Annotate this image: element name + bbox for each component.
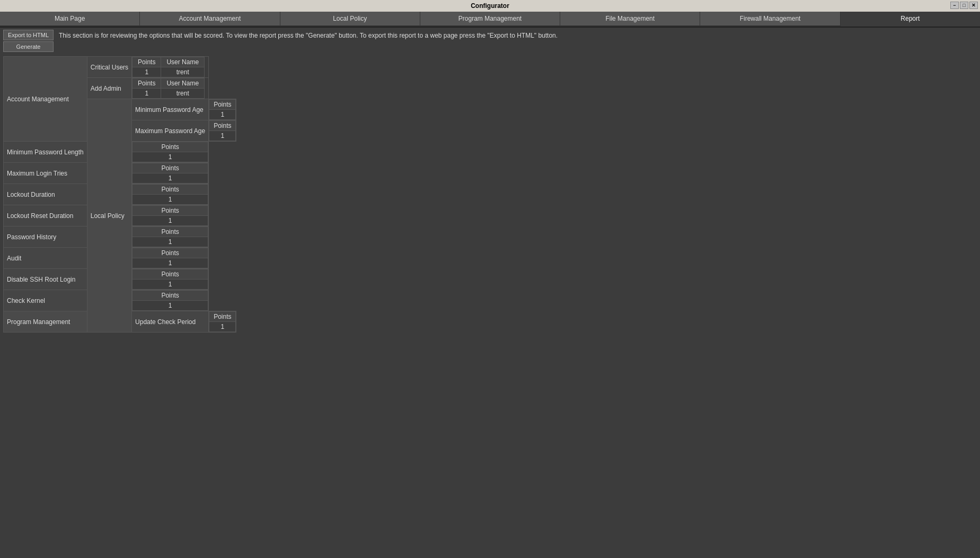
check-kernel-points-value: 1: [133, 301, 208, 311]
critical-users-username-header: User Name: [161, 57, 205, 67]
min-password-age-label: Minimum Password Age: [132, 99, 209, 120]
tab-account-management[interactable]: Account Management: [140, 12, 280, 27]
disable-ssh-table: Points 1: [132, 269, 208, 290]
audit-points-value: 1: [133, 258, 208, 268]
local-policy-label: Local Policy: [87, 99, 131, 333]
tab-main-page[interactable]: Main Page: [0, 12, 140, 27]
update-check-period-table: Points 1: [209, 311, 236, 332]
program-management-label: Program Management: [4, 311, 87, 333]
lockout-duration-points-header: Points: [133, 185, 208, 195]
disable-ssh-root-login-label: Disable SSH Root Login: [4, 269, 87, 290]
audit-table: Points 1: [132, 248, 208, 268]
update-check-period-points-header: Points: [209, 312, 236, 322]
critical-users-points-header: Points: [133, 57, 161, 67]
critical-users-label: Critical Users: [87, 57, 131, 78]
generate-button[interactable]: Generate: [3, 41, 54, 52]
min-password-length-points-value: 1: [133, 152, 208, 162]
toolbar-description: This section is for reviewing the option…: [59, 30, 977, 41]
max-login-tries-table: Points 1: [132, 163, 208, 184]
password-history-label: Password History: [4, 226, 87, 248]
update-check-period-label: Update Check Period: [132, 311, 209, 333]
update-check-period-points-value: 1: [209, 322, 236, 332]
min-password-length-table: Points 1: [132, 142, 208, 162]
title-bar-buttons: − □ ✕: [950, 2, 978, 9]
max-password-age-table: Points 1: [209, 120, 236, 141]
add-admin-table: Points User Name 1 trent: [132, 78, 205, 99]
disable-ssh-points-value: 1: [133, 280, 208, 290]
minimize-button[interactable]: −: [950, 2, 959, 9]
toolbar: Export to HTML Generate This section is …: [0, 28, 980, 54]
critical-users-points-value: 1: [133, 67, 161, 77]
lockout-reset-duration-table: Points 1: [132, 205, 208, 226]
add-admin-label: Add Admin: [87, 78, 131, 99]
export-html-button[interactable]: Export to HTML: [3, 30, 54, 40]
password-history-table: Points 1: [132, 226, 208, 247]
lockout-reset-duration-points-header: Points: [133, 206, 208, 216]
close-button[interactable]: ✕: [969, 2, 978, 9]
max-login-tries-points-value: 1: [133, 173, 208, 184]
critical-users-username-value: trent: [161, 67, 205, 77]
add-admin-points-header: Points: [133, 79, 161, 89]
min-password-age-points-value: 1: [209, 110, 236, 120]
min-password-length-points-header: Points: [133, 142, 208, 152]
tab-file-management[interactable]: File Management: [560, 12, 700, 27]
tab-local-policy[interactable]: Local Policy: [280, 12, 420, 27]
critical-users-table: Points User Name 1 trent: [132, 57, 205, 77]
account-management-row-critical: Account Management Critical Users Points…: [4, 57, 236, 78]
check-kernel-label: Check Kernel: [4, 290, 87, 311]
check-kernel-table: Points 1: [132, 290, 208, 311]
add-admin-username-value: trent: [161, 89, 205, 99]
min-password-age-table: Points 1: [209, 99, 236, 120]
max-login-tries-label: Maximum Login Tries: [4, 163, 87, 184]
tab-report[interactable]: Report: [841, 12, 980, 27]
report-content: Account Management Critical Users Points…: [0, 54, 980, 335]
nav-tabs: Main Page Account Management Local Polic…: [0, 12, 980, 28]
password-history-points-header: Points: [133, 227, 208, 237]
title-bar: Configurator − □ ✕: [0, 0, 980, 12]
max-password-age-points-value: 1: [209, 131, 236, 141]
toolbar-buttons: Export to HTML Generate: [3, 30, 54, 52]
tab-program-management[interactable]: Program Management: [420, 12, 560, 27]
max-password-age-label: Maximum Password Age: [132, 120, 209, 142]
check-kernel-points-header: Points: [133, 291, 208, 301]
tab-firewall-management[interactable]: Firewall Management: [700, 12, 840, 27]
min-password-age-points-header: Points: [209, 100, 236, 110]
add-admin-points-value: 1: [133, 89, 161, 99]
restore-button[interactable]: □: [960, 2, 968, 9]
lockout-duration-table: Points 1: [132, 184, 208, 205]
lockout-reset-duration-label: Lockout Reset Duration: [4, 205, 87, 226]
account-management-label: Account Management: [4, 57, 87, 142]
disable-ssh-points-header: Points: [133, 269, 208, 280]
lockout-duration-label: Lockout Duration: [4, 184, 87, 205]
add-admin-username-header: User Name: [161, 79, 205, 89]
min-password-length-label: Minimum Password Length: [4, 142, 87, 163]
password-history-points-value: 1: [133, 237, 208, 247]
max-password-age-points-header: Points: [209, 121, 236, 131]
lockout-reset-duration-points-value: 1: [133, 216, 208, 226]
lockout-duration-points-value: 1: [133, 195, 208, 205]
audit-label: Audit: [4, 248, 87, 269]
report-table: Account Management Critical Users Points…: [3, 56, 236, 333]
audit-points-header: Points: [133, 248, 208, 258]
max-login-tries-points-header: Points: [133, 163, 208, 173]
window-title: Configurator: [471, 2, 509, 10]
